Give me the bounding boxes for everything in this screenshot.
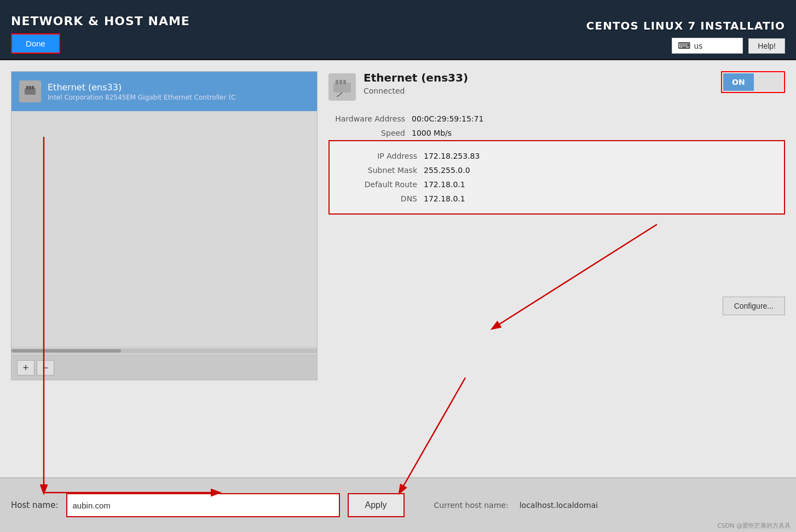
- dns-value: 172.18.0.1: [424, 194, 465, 203]
- network-scrollbar[interactable]: [11, 349, 317, 353]
- network-scrollbar-thumb: [11, 349, 121, 352]
- main-content: Ethernet (ens33) Intel Corporation 82545…: [0, 60, 796, 532]
- network-item-info: Ethernet (ens33) Intel Corporation 82545…: [48, 82, 309, 101]
- subnet-mask-value: 255.255.0.0: [424, 166, 470, 175]
- configure-area: Configure...: [328, 291, 785, 315]
- remove-network-button[interactable]: −: [37, 360, 54, 375]
- page-title: NETWORK & HOST NAME: [11, 14, 564, 28]
- svg-rect-7: [343, 80, 346, 84]
- subnet-mask-row: Subnet Mask 255.255.0.0: [341, 163, 773, 177]
- speed-label: Speed: [328, 129, 405, 137]
- toggle-on-label: ON: [723, 73, 754, 91]
- header-controls: ⌨ us Help!: [672, 38, 785, 54]
- detail-header-left: Ethernet (ens33) Connected: [328, 71, 468, 101]
- svg-line-12: [400, 378, 465, 493]
- bottom-bar: Host name: Apply Current host name: loca…: [0, 477, 796, 532]
- current-hostname-value: localhost.localdomai: [520, 501, 598, 510]
- default-route-label: Default Route: [341, 180, 417, 189]
- hardware-address-value: 00:0C:29:59:15:71: [412, 114, 483, 123]
- ethernet-icon: [19, 80, 41, 102]
- hardware-address-row: Hardware Address 00:0C:29:59:15:71: [328, 112, 785, 126]
- configure-button[interactable]: Configure...: [723, 297, 785, 315]
- keyboard-label: us: [694, 42, 702, 50]
- network-item-desc: Intel Corporation 82545EM Gigabit Ethern…: [48, 94, 309, 101]
- left-panel: Ethernet (ens33) Intel Corporation 82545…: [11, 71, 318, 380]
- detail-name-status: Ethernet (ens33) Connected: [364, 71, 468, 95]
- app-title: CENTOS LINUX 7 INSTALLATIO: [586, 19, 785, 32]
- dns-label: DNS: [341, 194, 417, 203]
- hostname-input[interactable]: [66, 493, 340, 517]
- detail-ethernet-icon: [328, 73, 356, 101]
- detail-name: Ethernet (ens33): [364, 71, 468, 84]
- help-button[interactable]: Help!: [748, 38, 785, 54]
- dns-row: DNS 172.18.0.1: [341, 192, 773, 206]
- detail-header: Ethernet (ens33) Connected ON: [328, 71, 785, 101]
- apply-button[interactable]: Apply: [348, 493, 405, 517]
- hostname-label: Host name:: [11, 500, 59, 510]
- speed-row: Speed 1000 Mb/s: [328, 126, 785, 140]
- ip-address-value: 172.18.253.83: [424, 152, 480, 160]
- header-right: CENTOS LINUX 7 INSTALLATIO ⌨ us Help!: [575, 0, 796, 59]
- toggle-off-area: [754, 73, 783, 91]
- default-route-row: Default Route 172.18.0.1: [341, 177, 773, 192]
- ip-detail-table: IP Address 172.18.253.83 Subnet Mask 255…: [328, 140, 785, 215]
- detail-status: Connected: [364, 86, 468, 95]
- network-list-body: [11, 111, 317, 346]
- done-button[interactable]: Done: [11, 33, 60, 54]
- toggle-switch[interactable]: ON: [721, 71, 785, 93]
- hardware-address-label: Hardware Address: [328, 114, 405, 123]
- network-list-item[interactable]: Ethernet (ens33) Intel Corporation 82545…: [11, 72, 317, 111]
- add-network-button[interactable]: +: [17, 360, 34, 375]
- svg-rect-1: [26, 86, 28, 89]
- network-actions: + −: [11, 355, 317, 380]
- network-item-name: Ethernet (ens33): [48, 82, 309, 92]
- header: NETWORK & HOST NAME Done CENTOS LINUX 7 …: [0, 0, 796, 60]
- speed-value: 1000 Mb/s: [412, 129, 452, 137]
- subnet-mask-label: Subnet Mask: [341, 166, 417, 175]
- watermark: CSDN @爱吃芒果的方具具: [717, 522, 791, 530]
- keyboard-icon: ⌨: [678, 41, 690, 51]
- ip-address-label: IP Address: [341, 152, 417, 160]
- ip-address-row: IP Address 172.18.253.83: [341, 149, 773, 163]
- network-list: Ethernet (ens33) Intel Corporation 82545…: [11, 72, 317, 346]
- svg-rect-6: [339, 80, 342, 84]
- svg-rect-2: [29, 86, 31, 89]
- default-route-value: 172.18.0.1: [424, 180, 465, 189]
- right-panel: Ethernet (ens33) Connected ON Hardware A…: [328, 71, 785, 315]
- header-left: NETWORK & HOST NAME Done: [0, 0, 575, 59]
- keyboard-input[interactable]: ⌨ us: [672, 38, 743, 54]
- svg-rect-3: [32, 86, 34, 89]
- current-hostname-label: Current host name:: [434, 501, 509, 510]
- svg-rect-5: [336, 80, 338, 84]
